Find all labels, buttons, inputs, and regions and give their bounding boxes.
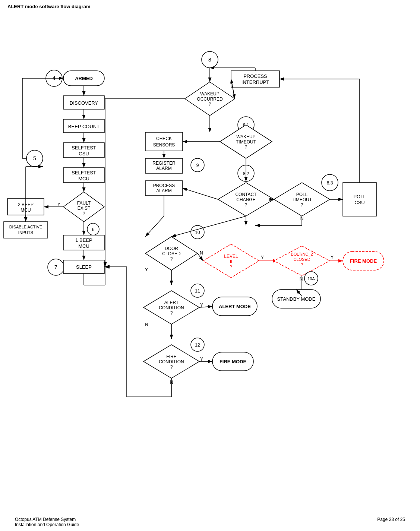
svg-text:LEVEL: LEVEL (224, 254, 238, 259)
svg-text:11: 11 (195, 288, 200, 294)
svg-rect-76 (145, 132, 183, 151)
svg-text:?: ? (170, 364, 173, 370)
svg-rect-104 (343, 183, 376, 216)
svg-text:CSU: CSU (354, 200, 364, 205)
footer-right: Page 23 of 25 (377, 517, 405, 527)
svg-text:8.3: 8.3 (327, 180, 333, 186)
svg-text:N: N (300, 276, 303, 282)
svg-text:?: ? (170, 310, 173, 316)
svg-text:9: 9 (196, 163, 199, 168)
svg-text:N: N (200, 250, 203, 256)
svg-text:II: II (230, 259, 233, 264)
svg-line-95 (183, 188, 218, 199)
svg-text:?: ? (170, 256, 173, 262)
svg-text:TIMEOUT: TIMEOUT (292, 197, 312, 202)
svg-text:ARMED: ARMED (75, 76, 93, 81)
svg-text:DISABLE ACTIVE: DISABLE ACTIVE (9, 225, 42, 229)
svg-text:6: 6 (92, 227, 95, 232)
svg-text:SLEEP: SLEEP (76, 264, 92, 270)
svg-text:REGISTER: REGISTER (152, 161, 176, 166)
svg-rect-33 (4, 222, 48, 238)
svg-line-118 (171, 216, 246, 237)
svg-text:OCCURRED: OCCURRED (197, 97, 223, 102)
svg-text:DISCOVERY: DISCOVERY (70, 100, 98, 106)
svg-text:BEEP COUNT: BEEP COUNT (68, 124, 100, 129)
svg-text:BOLT/NC_2: BOLT/NC_2 (291, 252, 313, 256)
footer: Octopus ATM Defense System Installation … (0, 517, 420, 527)
svg-text:POLL: POLL (296, 192, 308, 197)
svg-text:INTERRUPT: INTERRUPT (241, 79, 269, 85)
svg-text:CONDITION: CONDITION (159, 359, 184, 364)
footer-left: Octopus ATM Defense System Installation … (15, 517, 79, 527)
page-title: ALERT mode software flow diagram (0, 0, 420, 13)
svg-text:CLOSED: CLOSED (293, 257, 310, 262)
svg-text:EXIST: EXIST (78, 206, 91, 211)
svg-text:PROCESS: PROCESS (153, 183, 175, 188)
svg-text:SELFTEST: SELFTEST (72, 170, 96, 176)
svg-text:WAKEUP: WAKEUP (236, 134, 256, 139)
svg-text:Y: Y (200, 357, 203, 362)
svg-text:Y: Y (261, 255, 264, 260)
svg-text:ALARM: ALARM (156, 188, 171, 193)
svg-text:10A: 10A (307, 276, 315, 281)
svg-text:ALERT: ALERT (164, 300, 179, 305)
flow-diagram: 4 ARMED DISCOVERY BEEP COUNT SELFTEST CS… (0, 13, 420, 497)
svg-text:MCU: MCU (78, 176, 89, 181)
svg-text:MCU: MCU (78, 243, 89, 249)
svg-text:PROCESS: PROCESS (243, 73, 267, 79)
svg-text:FIRE MODE: FIRE MODE (220, 359, 247, 364)
svg-text:Y: Y (331, 255, 334, 260)
svg-text:POLL: POLL (353, 194, 366, 199)
svg-text:CONDITION: CONDITION (159, 305, 184, 310)
svg-text:1 BEEP: 1 BEEP (75, 237, 92, 243)
svg-text:DOOR: DOOR (165, 246, 178, 251)
svg-text:FIRE: FIRE (166, 354, 176, 359)
diagram-area: 4 ARMED DISCOVERY BEEP COUNT SELFTEST CS… (0, 13, 420, 497)
svg-text:?: ? (245, 145, 247, 150)
svg-text:10: 10 (195, 230, 200, 235)
svg-text:?: ? (301, 202, 303, 208)
svg-text:INPUTS: INPUTS (18, 230, 33, 235)
svg-text:N: N (145, 322, 148, 327)
svg-text:STANDBY MODE: STANDBY MODE (277, 296, 316, 302)
svg-text:Y: Y (145, 267, 148, 272)
svg-text:ALARM: ALARM (156, 166, 171, 171)
svg-text:?: ? (83, 211, 85, 216)
svg-text:CHANGE: CHANGE (236, 197, 255, 202)
svg-text:5: 5 (33, 155, 36, 161)
svg-line-175 (145, 216, 164, 237)
svg-text:8: 8 (208, 57, 211, 63)
svg-text:CHECK: CHECK (156, 136, 172, 141)
svg-text:?: ? (245, 202, 247, 208)
svg-text:SELFTEST: SELFTEST (72, 145, 96, 151)
svg-text:CLOSED: CLOSED (162, 251, 181, 256)
svg-text:CONTACT: CONTACT (235, 192, 257, 197)
svg-text:12: 12 (195, 342, 200, 348)
svg-text:WAKEUP: WAKEUP (200, 91, 220, 97)
svg-text:TIMEOUT: TIMEOUT (236, 139, 256, 145)
svg-text:?: ? (230, 264, 233, 269)
svg-text:?: ? (301, 262, 303, 267)
svg-text:FIRE MODE: FIRE MODE (350, 258, 377, 264)
svg-text:ALERT MODE: ALERT MODE (219, 304, 251, 309)
svg-text:?: ? (209, 102, 211, 107)
svg-text:CSU: CSU (79, 151, 89, 157)
svg-text:7: 7 (54, 264, 57, 270)
svg-text:FAULT: FAULT (77, 200, 91, 206)
svg-text:SENSORS: SENSORS (153, 142, 175, 148)
svg-text:Y: Y (57, 202, 60, 207)
